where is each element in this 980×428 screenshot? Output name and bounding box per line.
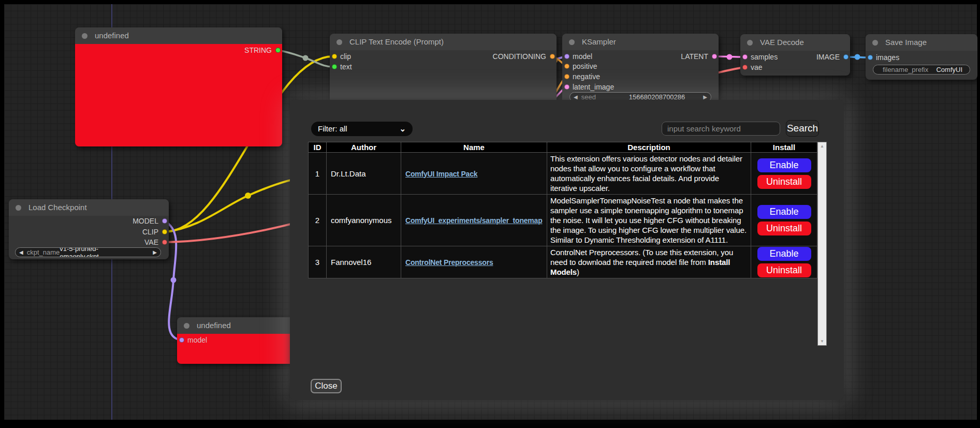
enable-button[interactable]: Enable <box>757 205 811 219</box>
collapse-dot-icon[interactable] <box>747 40 753 46</box>
slot-dot-samples[interactable] <box>742 54 748 60</box>
slot-label: model <box>573 52 592 61</box>
slot-label: VAE <box>144 238 158 246</box>
node-load-checkpoint[interactable]: Load Checkpoint MODEL CLIP VAE ◀ ckpt_na… <box>9 199 169 259</box>
slot-label: positive <box>573 62 597 70</box>
input-slot-vae[interactable]: vae <box>740 63 763 72</box>
input-slot-images[interactable]: images <box>866 53 899 62</box>
slot-dot-conditioning[interactable] <box>550 54 555 59</box>
ckpt-name-widget[interactable]: ◀ ckpt_name v1-5-pruned-emaonly.ckpt ▶ <box>15 247 161 257</box>
node-error-body <box>75 44 282 146</box>
slot-dot-image[interactable] <box>843 54 849 60</box>
cell-id: 1 <box>309 153 327 195</box>
output-slot-model[interactable]: MODEL <box>133 216 169 226</box>
node-title-text: Save Image <box>885 38 927 47</box>
header-id: ID <box>309 142 327 153</box>
slot-label: CLIP <box>142 228 158 236</box>
close-button[interactable]: Close <box>311 379 342 393</box>
chevron-down-icon: ⌄ <box>399 122 406 136</box>
node-title: VAE Decode <box>740 34 850 51</box>
cell-author: comfyanonymous <box>327 195 401 246</box>
input-slot-positive[interactable]: positive <box>562 62 597 71</box>
slot-dot-latent[interactable] <box>712 54 717 59</box>
slot-dot-clip[interactable] <box>162 229 167 234</box>
extension-link[interactable]: ControlNet Preprocessors <box>405 258 493 267</box>
node-title: CLIP Text Encode (Prompt) <box>330 34 557 50</box>
slot-dot-text[interactable] <box>332 64 337 69</box>
cell-name: ComfyUI_experiments/sampler_tonemap <box>401 195 547 246</box>
output-slot-image[interactable]: IMAGE <box>816 52 850 62</box>
filter-select[interactable]: Filter: all ⌄ <box>311 122 413 136</box>
slot-dot-string[interactable] <box>275 48 281 53</box>
header-install: Install <box>751 142 817 153</box>
collapse-dot-icon[interactable] <box>82 33 87 39</box>
uninstall-button[interactable]: Uninstall <box>757 175 811 189</box>
enable-button[interactable]: Enable <box>757 247 811 261</box>
slot-dot-vae[interactable] <box>162 240 167 245</box>
extension-link[interactable]: ComfyUI Impact Pack <box>405 170 477 178</box>
extension-link[interactable]: ComfyUI_experiments/sampler_tonemap <box>405 216 543 225</box>
node-title: Save Image <box>866 34 977 51</box>
description-text: ModelSamplerTonemapNoiseTest a node that… <box>550 196 747 244</box>
slot-dot-latent-image[interactable] <box>564 84 569 90</box>
description-text: This extension offers various detector n… <box>550 154 742 193</box>
search-input[interactable] <box>662 122 780 136</box>
slot-label: text <box>340 63 352 71</box>
slot-dot-model[interactable] <box>564 54 569 59</box>
decrement-arrow-icon[interactable]: ◀ <box>16 249 27 255</box>
output-slot-conditioning[interactable]: CONDITIONING <box>493 52 557 61</box>
node-title: undefined <box>75 27 282 44</box>
output-slot-clip[interactable]: CLIP <box>142 227 169 237</box>
slot-label: IMAGE <box>816 53 840 61</box>
cell-name: ComfyUI Impact Pack <box>401 153 547 195</box>
slot-label: CONDITIONING <box>493 52 546 61</box>
slot-dot-clip[interactable] <box>332 54 337 59</box>
slot-dot-positive[interactable] <box>564 64 569 69</box>
collapse-dot-icon[interactable] <box>16 205 21 211</box>
scroll-down-icon[interactable]: ▼ <box>818 339 826 344</box>
collapse-dot-icon[interactable] <box>337 39 342 45</box>
slot-dot-negative[interactable] <box>564 74 569 79</box>
node-vae-decode[interactable]: VAE Decode samples vae IMAGE <box>740 34 850 76</box>
increment-arrow-icon[interactable]: ▶ <box>149 249 160 255</box>
increment-arrow-icon[interactable]: ▶ <box>699 94 711 100</box>
table-scrollbar[interactable]: ▲ ▼ <box>817 142 827 346</box>
output-slot-string[interactable]: STRING <box>244 46 282 55</box>
slot-label: vae <box>751 63 763 71</box>
input-slot-samples[interactable]: samples <box>740 52 778 62</box>
slot-dot-vae[interactable] <box>742 65 748 70</box>
input-slot-model[interactable]: model <box>562 52 592 61</box>
cell-description: ModelSamplerTonemapNoiseTest a node that… <box>547 195 751 246</box>
scroll-up-icon[interactable]: ▲ <box>818 144 826 149</box>
input-slot-model[interactable]: model <box>177 335 207 345</box>
slot-label: samples <box>751 53 778 61</box>
slot-label: MODEL <box>133 217 158 225</box>
collapse-dot-icon[interactable] <box>569 39 575 45</box>
node-save-image[interactable]: Save Image images filename_prefix ComfyU… <box>866 34 977 80</box>
cell-description: ControlNet Preprocessors. (To use this e… <box>547 246 751 278</box>
output-slot-vae[interactable]: VAE <box>144 238 169 247</box>
input-slot-text[interactable]: text <box>330 62 352 71</box>
slot-dot-images[interactable] <box>868 55 873 60</box>
collapse-dot-icon[interactable] <box>184 323 189 329</box>
slot-dot-model[interactable] <box>162 218 167 224</box>
collapse-dot-icon[interactable] <box>872 40 878 46</box>
input-slot-latent-image[interactable]: latent_image <box>562 82 614 92</box>
uninstall-button[interactable]: Uninstall <box>757 222 811 235</box>
widget-value: v1-5-pruned-emaonly.ckpt <box>60 247 149 257</box>
uninstall-button[interactable]: Uninstall <box>757 263 811 277</box>
slot-dot-model[interactable] <box>179 337 184 343</box>
decrement-arrow-icon[interactable]: ◀ <box>570 94 581 100</box>
input-slot-clip[interactable]: clip <box>330 52 351 61</box>
input-slot-negative[interactable]: negative <box>562 72 600 81</box>
slot-label: negative <box>573 72 600 81</box>
enable-button[interactable]: Enable <box>757 158 811 172</box>
extension-manager-dialog: Filter: all ⌄ Search ID Author Name Desc… <box>290 100 844 400</box>
slot-label: clip <box>340 52 351 61</box>
search-button[interactable]: Search <box>786 120 819 137</box>
node-undefined-bottom[interactable]: undefined model <box>177 317 299 364</box>
filename-prefix-widget[interactable]: filename_prefix ComfyUI <box>873 65 970 75</box>
output-slot-latent[interactable]: LATENT <box>681 52 719 61</box>
node-undefined-top[interactable]: undefined STRING <box>75 27 282 146</box>
cell-author: Fannovel16 <box>327 246 401 278</box>
